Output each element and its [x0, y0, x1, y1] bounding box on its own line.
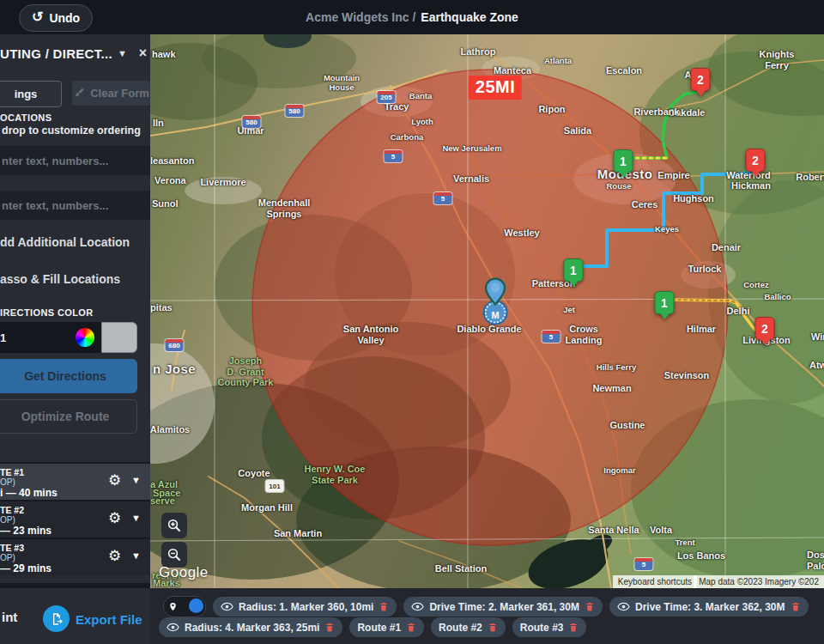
panel-footer: int Export File: [0, 583, 150, 644]
trash-icon[interactable]: [585, 601, 595, 612]
settings-button[interactable]: ings: [0, 81, 62, 107]
route-row-3[interactable]: TE #3 OP) — 29 mins ⚙ ▼: [0, 538, 150, 575]
highway-shield: 580: [286, 105, 304, 117]
route-marker-green-1[interactable]: 1: [614, 149, 633, 173]
highway-shield: 5: [434, 192, 452, 204]
location-input-1[interactable]: [0, 146, 150, 175]
clear-form-label: Clear Form: [90, 87, 149, 100]
chip-label: Drive Time: 3. Marker 362, 30M: [635, 601, 785, 613]
trash-icon[interactable]: [488, 622, 498, 633]
route-sub: OP): [0, 553, 15, 562]
get-directions-button[interactable]: Get Directions: [0, 359, 137, 393]
location-input-2[interactable]: [0, 191, 150, 220]
route-name: TE #1: [0, 467, 24, 477]
eye-icon: [221, 602, 233, 611]
trash-icon[interactable]: [568, 622, 579, 633]
chip-label: Route #2: [439, 622, 482, 634]
map-pin-icon: [168, 601, 178, 612]
eye-icon: [167, 623, 179, 632]
chip-label: Radius: 1. Marker 360, 10mi: [239, 601, 373, 613]
locations-heading: OCATIONS: [0, 112, 52, 123]
cluster-monogram: M: [491, 310, 499, 320]
overlay-chip[interactable]: Route #2: [431, 617, 506, 637]
gear-icon[interactable]: ⚙: [108, 509, 121, 527]
overlay-chip[interactable]: Drive Time: 3. Marker 362, 30M: [609, 597, 809, 617]
route-row-2[interactable]: TE #2 OP) — 23 mins ⚙ ▼: [0, 500, 150, 538]
chip-label: Route #3: [520, 622, 564, 634]
optimize-route-button[interactable]: Optimize Route: [0, 399, 137, 434]
breadcrumb: Acme Widgets Inc / Earthquake Zone: [0, 0, 824, 34]
route-marker-green-1[interactable]: 1: [564, 258, 584, 282]
chips-row-1: Radius: 1. Marker 360, 10miDrive Time: 2…: [163, 596, 809, 617]
trash-icon[interactable]: [791, 601, 801, 612]
markers-visibility-toggle[interactable]: [163, 596, 206, 617]
radius-distance-badge: 25MI: [469, 76, 522, 100]
keyboard-shortcuts-link[interactable]: Keyboard shortcuts: [613, 575, 697, 588]
highway-shield: 5: [385, 150, 403, 162]
chevron-down-icon[interactable]: ▼: [131, 513, 141, 523]
route-marker-green-1[interactable]: 1: [655, 291, 675, 314]
route-marker-red-2[interactable]: 2: [746, 149, 766, 172]
chevron-down-icon[interactable]: ▼: [118, 48, 127, 58]
center-pin-marker[interactable]: [484, 277, 506, 309]
route-detail: — 29 mins: [0, 562, 52, 574]
chevron-down-icon[interactable]: ▼: [131, 475, 141, 485]
route-marker-red-2[interactable]: 2: [755, 317, 775, 340]
close-icon[interactable]: ×: [139, 46, 147, 61]
overlay-chip[interactable]: Radius: 4. Marker 363, 25mi: [159, 617, 342, 637]
export-file-button[interactable]: Export File: [76, 612, 142, 627]
highway-shield: 205: [378, 91, 396, 103]
overlay-chip[interactable]: Drive Time: 2. Marker 361, 30M: [403, 597, 603, 617]
gear-icon[interactable]: ⚙: [108, 471, 121, 489]
panel-buttons: ings Clear Form: [0, 81, 150, 107]
highway-shield: 101: [266, 480, 284, 492]
highway-shield: 5: [635, 558, 653, 570]
color-swatch[interactable]: [101, 322, 137, 353]
route-detail: i — 40 mins: [0, 487, 58, 499]
page-title: Earthquake Zone: [421, 10, 518, 24]
map-attribution: Map data ©2023 Imagery ©202: [694, 575, 824, 588]
zoom-in-button[interactable]: [161, 513, 187, 538]
clear-form-button[interactable]: Clear Form: [72, 81, 150, 106]
color-value-input[interactable]: 1: [0, 322, 101, 353]
directions-color-heading: IRECTIONS COLOR: [0, 307, 94, 318]
lasso-fill-button[interactable]: asso & Fill Locations: [0, 272, 120, 286]
route-row-1[interactable]: TE #1 OP) i — 40 mins ⚙ ▼: [0, 462, 150, 500]
trash-icon[interactable]: [379, 601, 389, 612]
settings-label: ings: [15, 88, 38, 100]
route-marker-red-2[interactable]: 2: [691, 68, 711, 91]
overlay-chip[interactable]: Route #1: [349, 617, 424, 637]
print-button[interactable]: int: [2, 610, 17, 624]
route-name: TE #2: [0, 505, 24, 515]
breadcrumb-prefix: Acme Widgets Inc /: [306, 10, 415, 24]
locations-subtext: drop to customize ordering: [2, 125, 141, 137]
route-detail: — 23 mins: [0, 525, 52, 537]
chip-label: Radius: 4. Marker 363, 25mi: [185, 622, 319, 634]
chevron-down-icon[interactable]: ▼: [131, 550, 141, 561]
toggle-knob: [189, 598, 203, 613]
chip-label: Route #1: [357, 622, 401, 634]
map-canvas[interactable]: hawkllnLathropMantecaAtlantaEscalonKnigh…: [150, 34, 824, 588]
trash-icon[interactable]: [324, 622, 335, 633]
overlay-chip[interactable]: Route #3: [512, 617, 587, 637]
highway-shield: 5: [542, 331, 560, 343]
highway-shield: 580: [243, 116, 261, 128]
color-wheel-icon[interactable]: [76, 328, 94, 347]
highway-shield: 680: [166, 339, 184, 351]
trash-icon[interactable]: [406, 622, 416, 633]
chips-row-2: Radius: 4. Marker 363, 25miRoute #1Route…: [159, 617, 586, 637]
overlays-bar: Radius: 1. Marker 360, 10miDrive Time: 2…: [150, 588, 824, 644]
eye-icon: [617, 602, 630, 611]
top-bar: ↺ Undo Acme Widgets Inc / Earthquake Zon…: [0, 0, 824, 34]
directions-color-row: 1: [0, 322, 137, 353]
routes-list: TE #1 OP) i — 40 mins ⚙ ▼ TE #2 OP) — 23…: [0, 462, 150, 575]
route-name: TE #3: [0, 543, 24, 553]
overlay-chip[interactable]: Radius: 1. Marker 360, 10mi: [213, 597, 397, 617]
route-sub: OP): [0, 477, 15, 487]
gear-icon[interactable]: ⚙: [108, 547, 121, 565]
add-location-button[interactable]: dd Additional Location: [0, 235, 130, 249]
google-logo: Google: [159, 564, 209, 581]
panel-header: UTING / DIRECT... ▼ ×: [0, 46, 150, 61]
export-icon[interactable]: [43, 605, 70, 632]
eye-icon: [411, 602, 424, 611]
